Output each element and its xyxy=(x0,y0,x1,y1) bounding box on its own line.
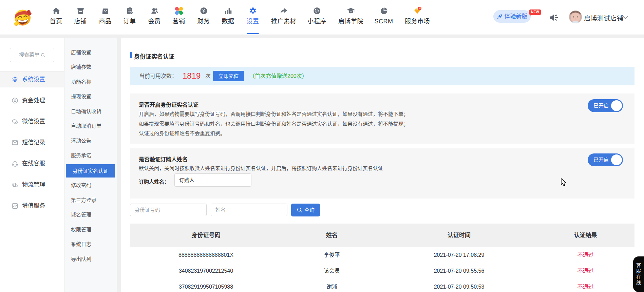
svg-text:H: H xyxy=(419,7,420,10)
